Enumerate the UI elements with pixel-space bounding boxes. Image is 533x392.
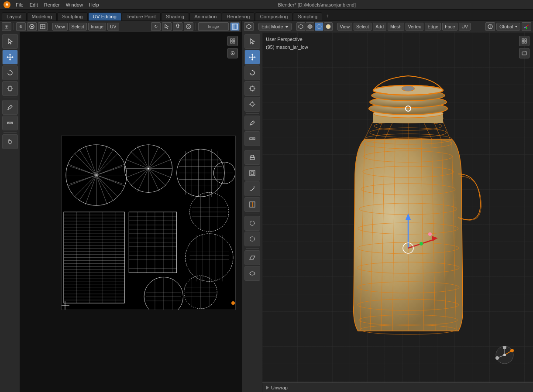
3d-annotate-tool[interactable] bbox=[244, 116, 260, 130]
tool-cursor[interactable] bbox=[2, 34, 18, 49]
viewport-overlay-icon[interactable] bbox=[485, 22, 495, 31]
tool-move[interactable] bbox=[2, 50, 18, 65]
sync-icon[interactable]: ↻ bbox=[151, 22, 161, 31]
solid-mode-btn[interactable] bbox=[306, 22, 314, 31]
3d-inset-tool[interactable] bbox=[244, 166, 260, 181]
tool-ruler[interactable] bbox=[2, 116, 18, 130]
3d-select-btn[interactable]: Select bbox=[354, 23, 371, 31]
3d-measure-tool[interactable] bbox=[244, 131, 260, 146]
menu-render[interactable]: Render bbox=[41, 2, 62, 8]
3d-editor-type-icon[interactable] bbox=[244, 22, 254, 31]
3d-transform-tool[interactable] bbox=[244, 97, 260, 112]
tab-scripting[interactable]: Scripting bbox=[293, 12, 322, 20]
tool-annotate[interactable] bbox=[2, 100, 18, 115]
svg-point-256 bbox=[503, 354, 506, 356]
svg-line-167 bbox=[526, 25, 529, 27]
gizmo-icon[interactable] bbox=[522, 22, 531, 31]
stretch-icon[interactable] bbox=[230, 22, 240, 31]
uv-grid-icon[interactable] bbox=[227, 36, 238, 46]
uv-islands-svg bbox=[62, 136, 235, 310]
shading-buttons bbox=[296, 22, 333, 31]
blender-logo: B bbox=[3, 1, 10, 8]
3d-move-tool[interactable] bbox=[244, 50, 260, 65]
tab-compositing[interactable]: Compositing bbox=[255, 12, 292, 20]
3d-select-lasso-tool[interactable] bbox=[244, 232, 260, 246]
viewport-grid-icon[interactable] bbox=[519, 36, 530, 46]
title-bar: B File Edit Render Window Help Blender* … bbox=[0, 0, 533, 10]
svg-rect-159 bbox=[233, 41, 235, 43]
uv-select-btn[interactable]: Select bbox=[69, 23, 87, 31]
3d-uv-btn[interactable]: UV bbox=[459, 23, 471, 31]
menu-help[interactable]: Help bbox=[86, 2, 102, 8]
svg-marker-174 bbox=[249, 56, 250, 58]
uv-uv-btn[interactable]: UV bbox=[107, 23, 119, 31]
tab-layout[interactable]: Layout bbox=[2, 12, 27, 20]
menu-edit[interactable]: Edit bbox=[27, 2, 41, 8]
3d-mesh-btn[interactable]: Mesh bbox=[388, 23, 404, 31]
3d-smooth-tool[interactable] bbox=[244, 266, 260, 281]
svg-rect-261 bbox=[522, 52, 526, 55]
transform-orientation[interactable]: Global bbox=[496, 23, 520, 31]
3d-loopcut-tool[interactable] bbox=[244, 197, 260, 212]
tab-sculpting[interactable]: Sculpting bbox=[57, 12, 87, 20]
menu-file[interactable]: File bbox=[13, 2, 26, 8]
rendered-mode-btn[interactable] bbox=[324, 22, 333, 31]
add-workspace-button[interactable]: + bbox=[323, 11, 332, 20]
3d-bevel-tool[interactable] bbox=[244, 181, 260, 196]
zoom-icon[interactable]: ⊕ bbox=[16, 22, 26, 31]
navigation-gizmo[interactable] bbox=[494, 344, 516, 366]
viewport-camera-icon[interactable] bbox=[519, 48, 530, 58]
separator bbox=[14, 23, 14, 30]
uv-overlay2-icon[interactable] bbox=[227, 48, 238, 58]
svg-rect-157 bbox=[233, 39, 235, 41]
3d-scale-tool[interactable] bbox=[244, 81, 260, 96]
wireframe-mode-btn[interactable] bbox=[296, 22, 305, 31]
3d-edge-btn[interactable]: Edge bbox=[425, 23, 441, 31]
magnet-icon[interactable] bbox=[173, 22, 182, 31]
tool-rotate[interactable] bbox=[2, 65, 18, 80]
main-area: ⊞ ⊕ View Select Image UV ↻ bbox=[0, 21, 533, 392]
3d-view-btn[interactable]: View bbox=[337, 23, 353, 31]
tool-scale[interactable] bbox=[2, 81, 18, 96]
svg-point-153 bbox=[231, 301, 235, 305]
wireframe-icon[interactable] bbox=[38, 22, 48, 31]
3d-extrude-tool[interactable] bbox=[244, 150, 260, 165]
3d-add-btn[interactable]: Add bbox=[373, 23, 386, 31]
object-label: (95) mason_jar_low bbox=[266, 44, 308, 51]
tab-texture-paint[interactable]: Texture Paint bbox=[122, 12, 161, 20]
overlay-icon[interactable] bbox=[27, 22, 37, 31]
uv-view-btn[interactable]: View bbox=[52, 23, 68, 31]
svg-marker-175 bbox=[254, 56, 256, 58]
tab-uv-editing[interactable]: UV Editing bbox=[88, 12, 121, 20]
image-slot-icon[interactable]: Image bbox=[198, 22, 229, 31]
3d-select-circle-tool[interactable] bbox=[244, 216, 260, 231]
uv-editor: ⊞ ⊕ View Select Image UV ↻ bbox=[0, 21, 242, 392]
svg-point-164 bbox=[326, 24, 330, 29]
tool-grab[interactable] bbox=[2, 134, 18, 149]
3d-rotate-tool[interactable] bbox=[244, 65, 260, 80]
tab-rendering[interactable]: Rendering bbox=[222, 12, 254, 20]
viewport-header: Edit Mode bbox=[242, 21, 533, 32]
uv-image-btn[interactable]: Image bbox=[88, 23, 106, 31]
viewport-content: User Perspective (95) mason_jar_low bbox=[242, 32, 533, 392]
proportional-icon[interactable] bbox=[184, 22, 193, 31]
3d-shear-tool[interactable] bbox=[244, 250, 260, 265]
menu-window[interactable]: Window bbox=[63, 2, 86, 8]
viewport-3d: Edit Mode bbox=[242, 21, 533, 392]
tab-modeling[interactable]: Modeling bbox=[27, 12, 57, 20]
edit-mode-label: Edit Mode bbox=[261, 24, 283, 29]
3d-face-btn[interactable]: Face bbox=[442, 23, 457, 31]
uv-canvas[interactable] bbox=[20, 32, 241, 392]
tab-shading[interactable]: Shading bbox=[161, 12, 189, 20]
svg-rect-158 bbox=[230, 41, 232, 43]
edit-mode-select[interactable]: Edit Mode bbox=[258, 23, 292, 31]
tab-animation[interactable]: Animation bbox=[189, 12, 221, 20]
viewport-canvas[interactable]: User Perspective (95) mason_jar_low bbox=[262, 32, 533, 392]
3d-vertex-btn[interactable]: Vertex bbox=[406, 23, 424, 31]
editor-type-icon[interactable]: ⊞ bbox=[2, 22, 11, 31]
window-title: Blender* [D:\Models\masonjar.blend] bbox=[104, 2, 530, 7]
3d-cursor-tool[interactable] bbox=[244, 34, 260, 49]
perspective-label: User Perspective bbox=[266, 36, 308, 44]
cursor-icon[interactable] bbox=[162, 22, 172, 31]
material-mode-btn[interactable] bbox=[315, 22, 323, 31]
